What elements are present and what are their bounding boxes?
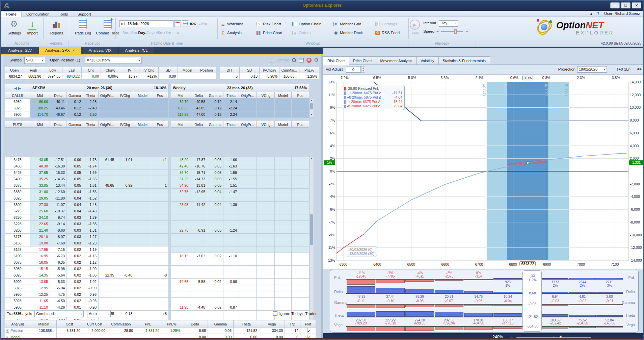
chain-cell[interactable]: -0.92 xyxy=(116,182,134,189)
chain-cell[interactable]: 40.11 xyxy=(50,99,67,105)
chain-cell[interactable] xyxy=(223,234,239,240)
chain-cell[interactable] xyxy=(151,227,169,234)
chain-cell[interactable]: -2.28 xyxy=(83,99,99,105)
chain-nav-arrows[interactable] xyxy=(5,84,30,92)
chain-cell[interactable]: 0.04 xyxy=(67,208,83,214)
projection-date-select[interactable]: 18/02/2026 xyxy=(577,66,607,73)
strike-cell[interactable]: 6225 xyxy=(5,221,30,227)
chain-cell[interactable] xyxy=(99,214,116,221)
chain-cell[interactable] xyxy=(151,208,169,214)
chain-cell[interactable] xyxy=(223,259,239,266)
chain-cell[interactable]: 0.05 xyxy=(207,169,223,176)
chain-cell[interactable]: -13.44 xyxy=(50,182,67,189)
trading-date-input[interactable] xyxy=(119,20,173,27)
chain-cell[interactable]: -1.69 xyxy=(83,169,99,176)
chain-cell[interactable] xyxy=(99,285,116,291)
chain-cell[interactable]: -4.50 xyxy=(50,298,67,304)
chain-cell[interactable]: 0.05 xyxy=(207,182,223,189)
chain-cell[interactable] xyxy=(257,234,275,240)
chain-cell[interactable]: -5.64 xyxy=(50,272,67,279)
chain-cell[interactable] xyxy=(134,259,151,266)
tab-risk-chart[interactable]: Risk Chart xyxy=(323,56,349,65)
chain-cell[interactable]: 13.65 xyxy=(30,279,50,285)
chain-cell[interactable] xyxy=(257,182,275,189)
strike-cell[interactable]: 6950 xyxy=(5,99,30,105)
chain-cell[interactable] xyxy=(239,195,257,202)
chain-cell[interactable]: -8.07 xyxy=(50,234,67,240)
chain-cell[interactable] xyxy=(239,176,257,182)
chain-cell[interactable]: -5.98 xyxy=(50,266,67,272)
chain-cell[interactable]: 37.25 xyxy=(171,176,190,182)
chain-cell[interactable]: 34.90 xyxy=(171,182,190,189)
chain-cell[interactable]: 15.15 xyxy=(30,266,50,272)
chain-cell[interactable] xyxy=(134,246,151,253)
chain-cell[interactable] xyxy=(275,111,292,118)
chain-cell[interactable]: 0.05 xyxy=(67,169,83,176)
scroll-up-icon[interactable] xyxy=(310,157,314,161)
chain-cell[interactable] xyxy=(207,266,223,272)
chain-cell[interactable] xyxy=(239,227,257,234)
chain-cell[interactable] xyxy=(257,202,275,208)
chain-cell[interactable] xyxy=(292,214,309,221)
chain-cell[interactable]: 32.75 xyxy=(171,189,190,195)
chain-cell[interactable] xyxy=(275,279,292,285)
watchlist-button[interactable]: Watchlist xyxy=(219,22,255,26)
chain-cell[interactable] xyxy=(134,99,151,105)
chain-cell[interactable] xyxy=(134,189,151,195)
chain-cell[interactable]: -1.12 xyxy=(83,259,99,266)
chain-cell[interactable] xyxy=(257,291,275,298)
chain-cell[interactable]: 0.05 xyxy=(67,176,83,182)
chain-cell[interactable]: 17.95 xyxy=(30,246,50,253)
chain-cell[interactable]: 22.75 xyxy=(171,227,190,234)
chain-cell[interactable] xyxy=(257,227,275,234)
strike-cell[interactable]: 6425 xyxy=(5,169,30,176)
chain-cell[interactable] xyxy=(257,169,275,176)
chain-cell[interactable] xyxy=(134,227,151,234)
chain-cell[interactable] xyxy=(99,221,116,227)
chain-cell[interactable] xyxy=(116,234,134,240)
chain-cell[interactable] xyxy=(239,163,257,169)
tab-statistics-fundamentals[interactable]: Statistics & Fundamentals xyxy=(439,56,490,65)
chain-cell[interactable] xyxy=(116,227,134,234)
chain-cell[interactable] xyxy=(134,111,151,118)
chain-cell[interactable]: 0.05 xyxy=(67,163,83,169)
chain-cell[interactable] xyxy=(292,266,309,272)
chain-cell[interactable] xyxy=(223,272,239,279)
chain-cell[interactable] xyxy=(207,259,223,266)
strike-cell[interactable]: 6400 xyxy=(5,176,30,182)
chain-cell[interactable]: -7.60 xyxy=(50,240,67,246)
chain-cell[interactable] xyxy=(292,253,309,259)
chain-cell[interactable]: 0.02 xyxy=(67,279,83,285)
chain-cell[interactable] xyxy=(171,266,190,272)
minimize-button[interactable] xyxy=(610,2,620,8)
chain-cell[interactable]: 39.70 xyxy=(171,169,190,176)
chain-cell[interactable] xyxy=(223,298,239,304)
time-step-5m+[interactable]: 5m+ xyxy=(166,31,173,35)
chain-cell[interactable]: -7.15 xyxy=(50,246,67,253)
symbol-select[interactable]: SPX xyxy=(24,57,45,64)
chain-cell[interactable] xyxy=(190,285,207,291)
chain-cell[interactable]: -9.14 xyxy=(50,221,67,227)
tab-volatility[interactable]: Volatility xyxy=(417,56,438,65)
close-position-icon[interactable] xyxy=(306,58,312,63)
chain-cell[interactable] xyxy=(190,214,207,221)
chain-cell[interactable] xyxy=(134,279,151,285)
chain-cell[interactable]: 0.03 xyxy=(67,227,83,234)
chain-cell[interactable] xyxy=(116,208,134,214)
chain-cell[interactable] xyxy=(239,266,257,272)
chain-cell[interactable] xyxy=(134,272,151,279)
strike-cell[interactable]: 6450 xyxy=(5,163,30,169)
chain-cell[interactable] xyxy=(171,221,190,227)
chain-cell[interactable] xyxy=(151,111,169,118)
chain-cell[interactable]: -1.63 xyxy=(223,163,239,169)
chain-cell[interactable] xyxy=(151,214,169,221)
chain-cell[interactable]: 16.05 xyxy=(30,259,50,266)
chain-cell[interactable]: 20.10 xyxy=(30,234,50,240)
chain-cell[interactable]: -0.40 xyxy=(116,272,134,279)
speed-plus-icon[interactable] xyxy=(465,29,468,34)
chain-cell[interactable]: -1.48 xyxy=(83,202,99,208)
chain-cell[interactable]: -13.81 xyxy=(190,182,207,189)
chain-cell[interactable] xyxy=(275,246,292,253)
chain-cell[interactable] xyxy=(223,221,239,227)
chain-cell[interactable] xyxy=(99,99,116,105)
